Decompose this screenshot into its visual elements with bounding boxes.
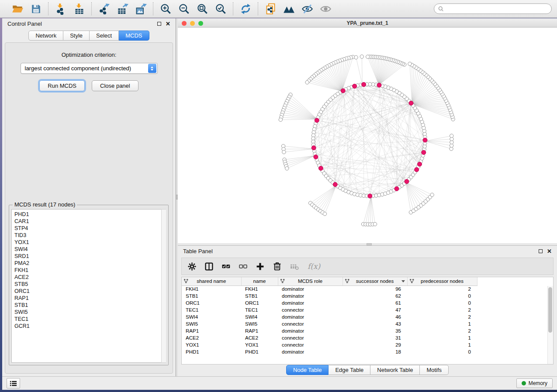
mcds-result-item[interactable]: FKH1 [14,267,166,274]
cell-shared-name: PHD1 [182,348,241,355]
column-header-predecessor-nodes[interactable]: predecessor nodes [407,277,477,285]
table-scrollbar[interactable] [547,286,553,364]
table-row[interactable]: STB1STB1dominator620 [182,292,477,299]
tab-select[interactable]: Select [90,31,119,41]
run-mcds-button[interactable]: Run MCDS [39,80,85,91]
zoom-in-button[interactable] [159,3,172,15]
show-all-button[interactable] [319,3,332,15]
cell-predecessor-nodes: 0 [407,348,477,355]
mcds-result-item[interactable]: SWI5 [14,309,166,316]
column-header-shared-name[interactable]: shared name [182,277,241,285]
select-all-rows-button[interactable] [222,263,230,270]
add-column-button[interactable] [256,262,264,271]
zoom-selected-button[interactable] [214,3,227,15]
clear-table-icon [290,263,299,270]
table-row[interactable]: RAP1RAP1dominator352 [182,327,477,334]
horizontal-splitter[interactable] [178,243,557,245]
mcds-result-item[interactable]: PMA2 [14,260,166,267]
export-table-button[interactable] [116,3,128,15]
hide-selected-button[interactable] [301,3,313,15]
column-header-successor-nodes[interactable]: successor nodes [343,277,407,285]
clear-table-button[interactable] [290,263,299,270]
function-builder-button[interactable]: f(x) [308,262,320,271]
splitter-handle[interactable] [176,195,178,199]
float-panel-icon[interactable] [539,249,543,253]
close-window-traffic-light[interactable] [182,21,187,26]
zoom-fit-button[interactable] [196,3,208,15]
mcds-result-item[interactable]: SWI4 [14,246,166,253]
show-columns-button[interactable] [205,262,213,271]
cell-predecessor-nodes: 1 [407,334,477,341]
cell-successor-nodes: 46 [343,313,407,320]
search-input[interactable] [446,5,547,12]
tab-edge-table[interactable]: Edge Table [329,365,370,375]
scrollbar-thumb[interactable] [548,287,552,333]
cell-successor-nodes: 18 [343,348,407,355]
mcds-result-item[interactable]: STB5 [14,281,166,288]
close-panel-icon[interactable]: ✕ [547,249,552,253]
cell-MCDS-role: connector [278,306,343,313]
mcds-result-item[interactable]: CAR1 [14,218,166,225]
tab-network[interactable]: Network [28,31,63,41]
import-table-button[interactable] [73,3,85,15]
table-row[interactable]: SWI4SWI4dominator462 [182,313,477,320]
mcds-result-item[interactable]: TEC1 [14,316,166,323]
zoom-in-icon [160,3,172,15]
table-row[interactable]: ORC1ORC1dominator610 [182,299,477,306]
cell-successor-nodes: 96 [343,285,407,292]
column-header-MCDS-role[interactable]: MCDS role [278,277,343,285]
refresh-view-button[interactable] [239,3,252,15]
cell-name: TEC1 [241,306,278,313]
open-session-button[interactable] [11,3,24,15]
mcds-result-item[interactable]: TID3 [14,232,166,239]
mcds-result-item[interactable]: SRD1 [14,253,166,260]
mcds-result-item[interactable]: YOX1 [14,239,166,246]
table-row[interactable]: YOX1YOX1connector291 [182,341,477,348]
mcds-result-item[interactable]: STP4 [14,225,166,232]
mcds-result-item[interactable]: PHD1 [14,211,166,218]
delete-column-button[interactable] [273,262,281,271]
close-panel-icon[interactable]: ✕ [166,22,170,26]
table-row[interactable]: ACE2ACE2connector311 [182,334,477,341]
column-header-name[interactable]: name [241,277,278,285]
mcds-result-group: MCDS result (17 nodes) PHD1CAR1STP4TID3Y… [9,205,169,365]
mcds-result-item[interactable]: STB1 [14,302,166,309]
zoom-out-button[interactable] [178,3,190,15]
export-image-button[interactable] [135,3,147,15]
cell-MCDS-role: connector [278,320,343,327]
splitter-handle[interactable] [367,243,372,245]
tab-style[interactable]: Style [63,31,90,41]
memory-button[interactable]: Memory [516,378,553,388]
result-list-scrollbar[interactable] [161,209,166,363]
tab-network-table[interactable]: Network Table [370,365,420,375]
mcds-result-item[interactable]: ACE2 [14,274,166,281]
export-network-button[interactable] [98,3,110,15]
save-session-button[interactable] [30,3,42,15]
deselect-all-rows-button[interactable] [239,263,247,270]
float-panel-icon[interactable] [157,22,161,26]
minimize-window-traffic-light[interactable] [190,21,195,26]
file-group [5,3,48,15]
tab-node-table[interactable]: Node Table [286,365,329,375]
task-history-button[interactable] [7,378,20,389]
vertical-splitter[interactable] [176,18,178,376]
network-canvas[interactable] [178,28,557,243]
network-window-titlebar[interactable]: YPA_prune.txt_1 [178,19,557,28]
import-network-button[interactable] [55,3,67,15]
criterion-select[interactable]: largest connected component (undirected) [21,63,158,74]
table-settings-button[interactable] [188,262,196,271]
tab-mcds[interactable]: MCDS [119,31,149,41]
mcds-result-item[interactable]: GCR1 [14,323,166,330]
clone-network-button[interactable] [264,3,277,15]
close-panel-button[interactable]: Close panel [92,80,138,91]
maximize-window-traffic-light[interactable] [198,21,203,26]
table-row[interactable]: TEC1TEC1connector472 [182,306,477,313]
mcds-result-item[interactable]: ORC1 [14,288,166,295]
tab-motifs[interactable]: Motifs [420,365,449,375]
first-neighbors-button[interactable] [283,3,295,15]
table-row[interactable]: PHD1PHD1dominator180 [182,348,477,355]
mcds-result-item[interactable]: RAP1 [14,295,166,302]
table-row[interactable]: FKH1FKH1dominator962 [182,285,477,292]
table-row[interactable]: SWI5SWI5connector431 [182,320,477,327]
cell-MCDS-role: connector [278,341,343,348]
